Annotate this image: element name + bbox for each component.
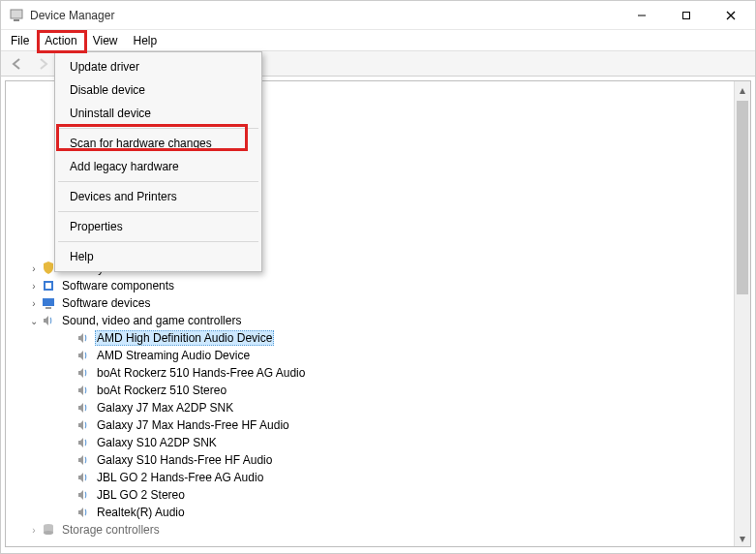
toolbar-back-button[interactable] [7,53,28,75]
device-label: AMD High Definition Audio Device [95,330,274,346]
expand-toggle[interactable]: › [27,525,41,536]
scroll-down-arrow[interactable]: ▾ [735,530,750,546]
tree-device[interactable]: Realtek(R) Audio [10,504,750,521]
tree-category[interactable]: ›Storage controllers [10,521,750,539]
tree-device[interactable]: Galaxy J7 Max Hands-Free HF Audio [10,416,750,434]
speaker-icon [76,435,91,450]
menu-file[interactable]: File [3,32,37,49]
minimize-button[interactable] [620,1,664,30]
action-dropdown: Update driver Disable device Uninstall d… [54,51,262,272]
dd-uninstall-device[interactable]: Uninstall device [56,102,260,125]
dd-add-legacy-hardware[interactable]: Add legacy hardware [56,155,260,178]
tree-device[interactable]: boAt Rockerz 510 Stereo [10,382,750,399]
speaker-icon [76,487,91,503]
category-label: Software components [60,278,176,293]
expand-toggle[interactable]: ⌄ [27,316,41,326]
tree-device[interactable]: Galaxy J7 Max A2DP SNK [10,399,750,416]
softdev-icon [41,295,56,311]
window-controls [620,1,753,30]
menubar: File Action View Help [1,30,755,51]
tree-device[interactable]: JBL GO 2 Stereo [10,486,750,504]
tree-device[interactable]: Galaxy S10 Hands-Free HF Audio [10,451,750,469]
device-label: AMD Streaming Audio Device [95,348,252,363]
device-label: Galaxy S10 Hands-Free HF Audio [95,452,274,468]
speaker-icon [76,452,91,468]
menu-action[interactable]: Action [37,32,84,49]
dd-disable-device[interactable]: Disable device [56,78,260,102]
svg-rect-9 [45,307,51,309]
speaker-icon [76,470,91,485]
svg-rect-8 [43,298,54,306]
scroll-thumb[interactable] [737,101,748,294]
tree-category[interactable]: ⌄Sound, video and game controllers [10,312,750,329]
tree-device[interactable]: Galaxy S10 A2DP SNK [10,434,750,451]
speaker-icon [76,505,91,520]
device-label: Galaxy J7 Max Hands-Free HF Audio [95,417,291,433]
expand-toggle[interactable]: › [27,298,41,309]
tree-category[interactable]: ›Software components [10,277,750,294]
speaker-icon [76,365,91,381]
tree-device[interactable]: AMD Streaming Audio Device [10,347,750,364]
device-label: Galaxy J7 Max A2DP SNK [95,400,235,416]
tree-category[interactable]: ›Software devices [10,294,750,312]
close-button[interactable] [709,1,753,30]
titlebar: Device Manager [1,1,755,30]
tree-device[interactable]: AMD High Definition Audio Device [10,329,750,347]
device-label: Realtek(R) Audio [95,505,187,520]
app-icon [9,8,24,23]
dd-separator [58,128,258,129]
dd-separator [58,211,258,212]
menu-view[interactable]: View [85,32,126,49]
dd-separator [58,181,258,182]
expand-toggle[interactable]: › [27,263,41,274]
svg-rect-1 [14,19,19,21]
device-label: JBL GO 2 Stereo [95,487,187,503]
toolbar-forward-button[interactable] [32,53,53,75]
vertical-scrollbar[interactable]: ▴ ▾ [734,81,750,546]
speaker-icon [76,330,91,346]
device-label: JBL GO 2 Hands-Free AG Audio [95,470,265,485]
category-label: Storage controllers [60,522,162,538]
dd-help[interactable]: Help [56,245,260,268]
dd-properties[interactable]: Properties [56,215,260,238]
speaker-icon [76,383,91,398]
svg-rect-7 [45,283,51,289]
device-label: boAt Rockerz 510 Hands-Free AG Audio [95,365,307,381]
storage-icon [41,522,56,538]
window-title: Device Manager [30,9,620,22]
category-label: Software devices [60,295,152,311]
svg-rect-0 [11,10,22,18]
tree-device[interactable]: boAt Rockerz 510 Hands-Free AG Audio [10,364,750,382]
expand-toggle[interactable]: › [27,281,41,292]
device-label: Galaxy S10 A2DP SNK [95,435,219,450]
dd-devices-printers[interactable]: Devices and Printers [56,185,260,208]
menu-help[interactable]: Help [126,32,166,49]
speaker-icon [76,400,91,416]
dd-update-driver[interactable]: Update driver [56,55,260,78]
speaker-icon [76,348,91,363]
speaker-icon [76,417,91,433]
maximize-button[interactable] [664,1,709,30]
device-label: boAt Rockerz 510 Stereo [95,383,228,398]
svg-rect-3 [683,12,690,18]
dd-separator [58,241,258,242]
device-tree: ›Security devices›Software components›So… [6,258,750,540]
category-label: Sound, video and game controllers [60,313,243,328]
sound-icon [41,313,56,328]
svg-point-12 [44,531,53,535]
scroll-up-arrow[interactable]: ▴ [735,81,750,98]
component-icon [41,278,56,293]
dd-scan-hardware-changes[interactable]: Scan for hardware changes [56,132,260,155]
tree-device[interactable]: JBL GO 2 Hands-Free AG Audio [10,469,750,486]
